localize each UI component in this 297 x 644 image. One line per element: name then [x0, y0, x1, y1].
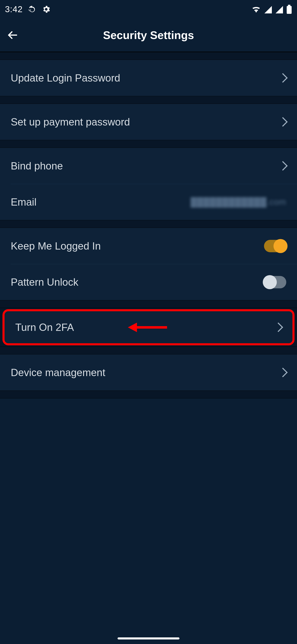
row-trailing: ████████████.com [191, 197, 286, 207]
row-trailing [280, 74, 286, 81]
section-gap [0, 220, 297, 228]
row-label: Device management [11, 366, 280, 378]
row-trailing [280, 162, 286, 169]
toggle-pattern-unlock[interactable] [264, 276, 286, 288]
toggle-keep-logged-in[interactable] [264, 240, 286, 252]
section-gap [0, 52, 297, 60]
row-update-login-password[interactable]: Update Login Password [0, 60, 297, 96]
row-email[interactable]: Email ████████████.com [0, 184, 297, 220]
row-label: Pattern Unlock [11, 276, 264, 288]
row-trailing [275, 324, 282, 331]
sync-icon [28, 5, 36, 14]
row-bind-phone[interactable]: Bind phone [0, 148, 297, 184]
section-gap [0, 96, 297, 104]
row-device-management[interactable]: Device management [0, 354, 297, 390]
title-bar: Security Settings [0, 18, 297, 52]
gear-icon [42, 5, 51, 14]
arrow-left-icon [7, 30, 18, 41]
row-pattern-unlock: Pattern Unlock [0, 264, 297, 300]
row-label: Bind phone [11, 160, 280, 172]
toggle-knob [263, 275, 277, 289]
settings-list: Update Login Password Set up payment pas… [0, 52, 297, 398]
row-trailing [280, 118, 286, 125]
chevron-right-icon [274, 322, 283, 332]
status-bar-right [251, 5, 292, 14]
wifi-icon [251, 5, 261, 14]
cellular-signal-icon [264, 5, 272, 14]
toggle-knob [274, 239, 288, 253]
svg-rect-1 [287, 6, 292, 14]
section-gap [0, 140, 297, 148]
row-trailing [264, 276, 286, 288]
svg-rect-0 [288, 5, 291, 6]
chevron-right-icon [278, 368, 288, 377]
chevron-right-icon [278, 117, 288, 127]
row-label: Keep Me Logged In [11, 240, 264, 252]
section-gap [0, 300, 297, 308]
back-button[interactable] [0, 18, 25, 52]
row-turn-on-2fa[interactable]: Turn On 2FA [2, 309, 295, 345]
row-keep-logged-in: Keep Me Logged In [0, 228, 297, 264]
status-bar-left: 3:42 [5, 4, 51, 14]
section-gap [0, 346, 297, 354]
cellular-signal-2-icon [275, 5, 284, 14]
row-label: Turn On 2FA [15, 322, 275, 333]
battery-icon [286, 5, 292, 14]
page-title: Security Settings [25, 29, 272, 42]
row-label: Email [11, 196, 191, 208]
section-gap [0, 390, 297, 398]
email-value: ████████████.com [191, 197, 286, 207]
status-clock: 3:42 [5, 4, 23, 14]
gesture-nav-handle[interactable] [118, 638, 179, 640]
row-trailing [280, 369, 286, 376]
chevron-right-icon [278, 73, 288, 83]
row-payment-password[interactable]: Set up payment password [0, 104, 297, 140]
row-label: Set up payment password [11, 116, 280, 128]
row-label: Update Login Password [11, 72, 280, 84]
chevron-right-icon [278, 161, 288, 171]
row-trailing [264, 240, 286, 252]
status-bar: 3:42 [0, 0, 297, 18]
